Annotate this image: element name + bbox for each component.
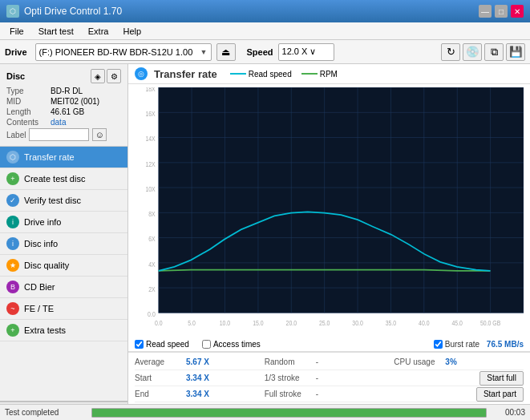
checkbox-read-speed[interactable]: Read speed bbox=[135, 340, 189, 349]
stat-start-full-item: Start full bbox=[394, 371, 524, 386]
x-label-40: 40.0 bbox=[419, 320, 430, 328]
nav-item-transfer-rate[interactable]: ⬡ Transfer rate bbox=[0, 147, 127, 168]
checkbox-access-times-input[interactable] bbox=[202, 340, 211, 349]
stat-random: Random - bbox=[265, 357, 394, 366]
chart-icon: ◎ bbox=[135, 67, 148, 80]
stat-end-label: End bbox=[135, 390, 183, 398]
y-label-0: 0.0 bbox=[148, 311, 156, 319]
checkbox-burst-rate[interactable]: Burst rate 76.5 MB/s bbox=[434, 340, 524, 349]
menu-extra[interactable]: Extra bbox=[82, 25, 115, 38]
nav-label-fe-te: FE / TE bbox=[24, 304, 54, 313]
legend-rpm-label: RPM bbox=[320, 70, 338, 79]
menu-file[interactable]: File bbox=[3, 25, 30, 38]
toolbar-refresh-button[interactable]: ↻ bbox=[441, 43, 460, 61]
x-label-5: 5.0 bbox=[188, 320, 196, 328]
minimize-button[interactable]: — bbox=[479, 5, 492, 18]
disc-label-input[interactable] bbox=[29, 128, 89, 141]
nav-item-extra-tests[interactable]: + Extra tests bbox=[0, 320, 127, 341]
menu-start-test[interactable]: Start test bbox=[32, 25, 80, 38]
checkbox-read-speed-input[interactable] bbox=[135, 340, 144, 349]
maximize-button[interactable]: □ bbox=[495, 5, 508, 18]
disc-label-row: Label ☺ bbox=[6, 128, 121, 141]
stat-random-label: Random bbox=[265, 357, 313, 366]
nav-item-verify-test-disc[interactable]: ✓ Verify test disc bbox=[0, 190, 127, 212]
disc-mid-label: MID bbox=[6, 97, 51, 106]
stat-cpu-label: CPU usage bbox=[394, 357, 442, 366]
legend-read-speed-color bbox=[230, 73, 246, 75]
speed-label: Speed bbox=[247, 47, 273, 57]
speed-value: 12.0 X ∨ bbox=[282, 46, 317, 57]
nav-label-extra-tests: Extra tests bbox=[24, 325, 66, 335]
x-label-15: 15.0 bbox=[253, 320, 264, 328]
disc-icon-btn-1[interactable]: ◈ bbox=[91, 69, 105, 83]
stat-random-value: - bbox=[316, 357, 318, 366]
disc-length-row: Length 46.61 GB bbox=[6, 107, 121, 116]
checkbox-burst-rate-input[interactable] bbox=[434, 340, 443, 349]
stats-row-start: Start 3.34 X 1/3 stroke - Start full bbox=[135, 370, 524, 386]
x-label-35: 35.0 bbox=[386, 320, 397, 328]
y-label-2x: 2X bbox=[148, 285, 156, 293]
chart-background bbox=[159, 87, 524, 313]
disc-mid-value: MEIT02 (001) bbox=[51, 97, 99, 106]
stats-row-average: Average 5.67 X Random - CPU usage 3% bbox=[135, 354, 524, 370]
nav-icon-transfer-rate: ⬡ bbox=[6, 151, 19, 164]
nav-item-disc-quality[interactable]: ★ Disc quality bbox=[0, 255, 127, 277]
disc-mid-row: MID MEIT02 (001) bbox=[6, 97, 121, 106]
nav-menu: ⬡ Transfer rate + Create test disc ✓ Ver… bbox=[0, 147, 127, 401]
stat-end-value: 3.34 X bbox=[186, 390, 209, 398]
nav-item-cd-bier[interactable]: B CD Bier bbox=[0, 277, 127, 298]
nav-item-drive-info[interactable]: i Drive info bbox=[0, 212, 127, 233]
disc-icon-btn-2[interactable]: ⚙ bbox=[107, 69, 121, 83]
drive-bar: Drive (F:) PIONEER BD-RW BDR-S12U 1.00 ▼… bbox=[0, 40, 530, 64]
y-label-18x: 18X bbox=[145, 87, 156, 93]
nav-label-disc-quality: Disc quality bbox=[24, 260, 69, 270]
chart-legend: Read speed RPM bbox=[230, 70, 338, 79]
title-bar-controls: — □ ✕ bbox=[479, 5, 524, 18]
stat-stroke-1-3-label: 1/3 stroke bbox=[265, 374, 313, 382]
toolbar-save-button[interactable]: 💾 bbox=[506, 43, 525, 61]
y-label-8x: 8X bbox=[148, 211, 156, 219]
checkbox-burst-rate-label: Burst rate bbox=[445, 340, 479, 349]
eject-button[interactable]: ⏏ bbox=[216, 43, 236, 61]
nav-item-create-test-disc[interactable]: + Create test disc bbox=[0, 168, 127, 190]
stat-start: Start 3.34 X bbox=[135, 374, 265, 382]
nav-icon-create-test-disc: + bbox=[6, 172, 19, 185]
drive-dropdown-arrow: ▼ bbox=[200, 48, 208, 56]
menu-help[interactable]: Help bbox=[116, 25, 148, 38]
checkbox-access-times[interactable]: Access times bbox=[202, 340, 261, 349]
start-part-button[interactable]: Start part bbox=[476, 387, 524, 402]
stat-cpu-value: 3% bbox=[445, 357, 456, 366]
speed-dropdown[interactable]: 12.0 X ∨ bbox=[278, 43, 334, 61]
app-title: Opti Drive Control 1.70 bbox=[24, 6, 122, 17]
disc-icons: ◈ ⚙ bbox=[91, 69, 121, 83]
stat-stroke-1-3: 1/3 stroke - bbox=[265, 374, 394, 382]
close-button[interactable]: ✕ bbox=[511, 5, 524, 18]
x-label-30: 30.0 bbox=[352, 320, 363, 328]
drive-dropdown[interactable]: (F:) PIONEER BD-RW BDR-S12U 1.00 ▼ bbox=[35, 43, 212, 61]
legend-rpm: RPM bbox=[301, 70, 338, 79]
toolbar-copy-button[interactable]: ⧉ bbox=[484, 43, 504, 61]
disc-length-value: 46.61 GB bbox=[51, 107, 84, 116]
checkbox-access-times-label: Access times bbox=[213, 340, 261, 349]
disc-label-icon-btn[interactable]: ☺ bbox=[92, 128, 107, 141]
nav-item-fe-te[interactable]: ~ FE / TE bbox=[0, 298, 127, 320]
disc-contents-value: data bbox=[51, 118, 66, 127]
nav-item-disc-info[interactable]: i Disc info bbox=[0, 233, 127, 255]
checkbox-row: Read speed Access times Burst rate 76.5 … bbox=[128, 337, 530, 352]
disc-contents-row: Contents data bbox=[6, 118, 121, 127]
x-label-10: 10.0 bbox=[220, 320, 231, 328]
chart-header: ◎ Transfer rate Read speed RPM bbox=[128, 64, 530, 84]
nav-icon-disc-quality: ★ bbox=[6, 259, 19, 272]
main-layout: Disc ◈ ⚙ Type BD-R DL MID MEIT02 (001) L… bbox=[0, 64, 530, 420]
start-full-button[interactable]: Start full bbox=[479, 371, 524, 386]
nav-label-verify-test-disc: Verify test disc bbox=[24, 196, 81, 205]
nav-icon-fe-te: ~ bbox=[6, 302, 19, 315]
stat-stroke-1-3-value: - bbox=[316, 374, 318, 382]
nav-icon-cd-bier: B bbox=[6, 281, 19, 293]
x-label-25: 25.0 bbox=[319, 320, 330, 328]
toolbar-disc-button[interactable]: 💿 bbox=[463, 43, 482, 61]
nav-icon-extra-tests: + bbox=[6, 324, 19, 337]
legend-read-speed-label: Read speed bbox=[249, 70, 292, 79]
y-label-4x: 4X bbox=[148, 260, 156, 269]
stat-start-value: 3.34 X bbox=[186, 374, 209, 382]
